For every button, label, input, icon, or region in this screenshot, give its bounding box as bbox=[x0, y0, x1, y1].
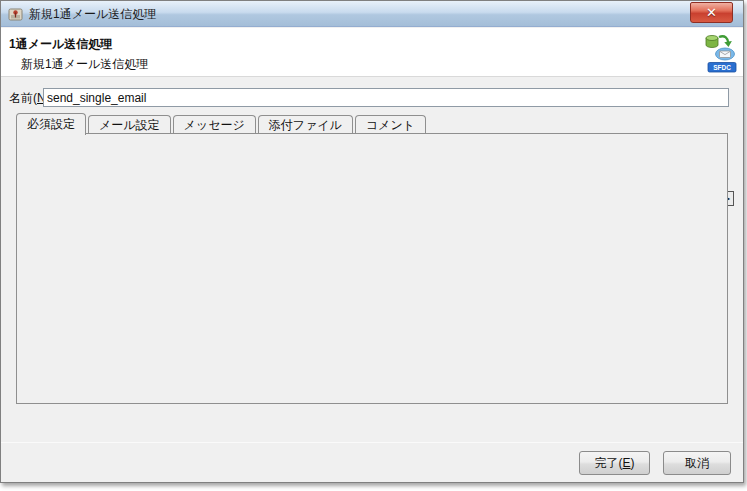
close-icon: ✕ bbox=[706, 5, 717, 20]
footer-separator bbox=[1, 442, 743, 443]
cancel-button[interactable]: 取消 bbox=[663, 451, 731, 475]
header-title: 1通メール送信処理 bbox=[9, 36, 112, 53]
name-input[interactable] bbox=[43, 88, 729, 107]
app-icon bbox=[8, 6, 24, 22]
window-title: 新規1通メール送信処理 bbox=[29, 1, 156, 27]
close-button[interactable]: ✕ bbox=[690, 2, 733, 23]
tab-message[interactable]: メッセージ bbox=[173, 115, 256, 134]
tab-content-panel bbox=[16, 133, 728, 404]
tab-attachments[interactable]: 添付ファイル bbox=[258, 115, 353, 134]
sfdc-badge-text: SFDC bbox=[713, 64, 731, 71]
tab-bar: 必須設定 メール設定 メッセージ 添付ファイル コメント bbox=[16, 112, 428, 134]
finish-button[interactable]: 完了(E) bbox=[579, 451, 650, 475]
tab-comment[interactable]: コメント bbox=[355, 115, 426, 134]
tab-required-settings[interactable]: 必須設定 bbox=[16, 113, 86, 135]
dialog-window: 新規1通メール送信処理 ✕ 1通メール送信処理 新規1通メール送信処理 SFDC… bbox=[0, 0, 744, 483]
tab-mail-settings[interactable]: メール設定 bbox=[88, 115, 171, 134]
sfdc-adapter-icon: SFDC bbox=[703, 31, 737, 76]
header-panel: 1通メール送信処理 新規1通メール送信処理 SFDC bbox=[1, 28, 743, 77]
header-subtitle: 新規1通メール送信処理 bbox=[21, 56, 148, 73]
titlebar[interactable]: 新規1通メール送信処理 ✕ bbox=[1, 1, 743, 27]
